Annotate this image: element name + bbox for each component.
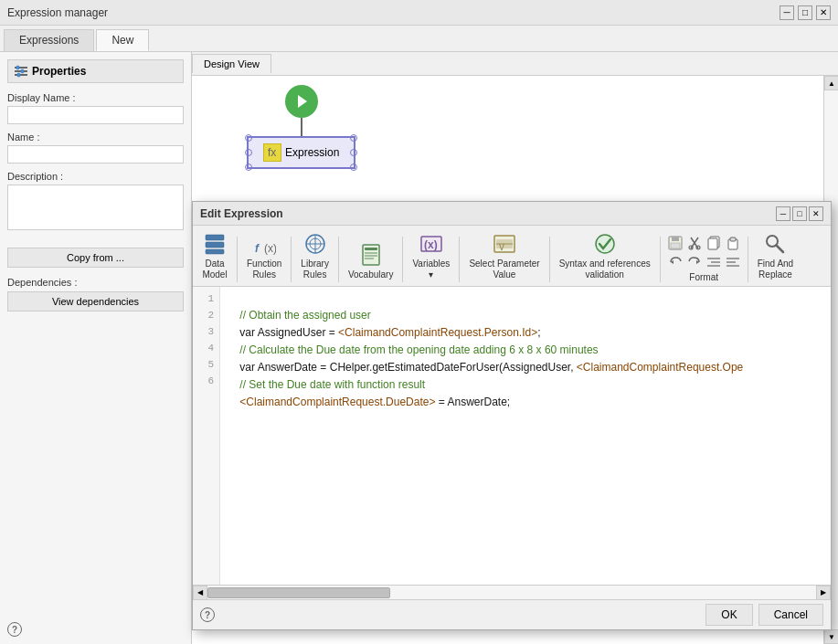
title-bar-buttons: ─ □ ✕ [780,5,831,20]
modal-title-bar: Edit Expression ─ □ ✕ [193,202,831,226]
cut-icon[interactable] [685,234,704,252]
play-icon [298,95,307,108]
design-view-tab[interactable]: Design View [192,54,271,73]
modal-close-button[interactable]: ✕ [809,206,823,221]
modal-maximize-button[interactable]: □ [792,206,807,221]
svg-rect-9 [206,249,224,254]
syntax-validation-label: Syntax and referencesvalidation [559,259,651,280]
sep-6 [549,237,550,282]
sep-4 [402,237,403,282]
svg-text:v: v [499,240,504,253]
library-icon [302,231,328,257]
sep-7 [660,237,661,282]
variables-icon: (x) [419,231,444,257]
name-group: Name : [7,132,184,164]
line-numbers: 1 2 3 4 5 6 [193,287,220,585]
find-replace-icon [762,231,788,257]
scroll-down-button[interactable]: ▼ [824,629,838,644]
edit-expression-modal: Edit Expression ─ □ ✕ DataModel [192,201,832,630]
vocabulary-label: Vocabulary [348,269,393,280]
sep-5 [459,237,460,282]
format-section: Format [666,234,742,282]
scroll-h-track[interactable] [207,586,816,600]
close-button[interactable]: ✕ [816,5,831,20]
handle-mr [350,149,357,156]
toolbar-library-rules[interactable]: LibraryRules [297,229,333,282]
ok-button[interactable]: OK [705,604,752,626]
left-panel: Properties Display Name : Name : Descrip… [0,52,192,644]
toolbar-select-param[interactable]: v Select ParameterValue [465,229,543,282]
scroll-up-button[interactable]: ▲ [824,76,838,90]
sep-3 [338,237,339,282]
redo-icon[interactable] [685,252,704,270]
line-num-2: 2 [207,307,214,323]
modal-help-icon[interactable]: ? [200,607,215,622]
variables-label: Variables▾ [412,259,450,280]
vocabulary-icon [358,242,384,268]
toolbar-function-rules[interactable]: f (x) FunctionRules [243,229,285,282]
svg-point-34 [696,246,700,249]
modal-toolbar: DataModel f (x) FunctionRules [193,226,831,287]
code-content[interactable]: // Obtain the assigned user var Assigned… [220,287,831,585]
title-bar: Expression manager ─ □ ✕ [0,0,838,26]
left-bottom: ? [7,618,184,637]
modal-title-buttons: ─ □ ✕ [776,206,823,221]
format-row-2 [666,252,742,270]
copy-icon[interactable] [705,234,723,252]
paste-icon[interactable] [724,234,742,252]
toolbar-vocabulary[interactable]: Vocabulary [345,240,397,282]
help-icon[interactable]: ? [7,622,22,637]
modal-minimize-button[interactable]: ─ [776,206,790,221]
panel-header: Properties [7,59,184,83]
select-param-icon: v [492,231,517,257]
tab-expressions[interactable]: Expressions [4,29,94,51]
line-num-1: 1 [207,290,214,307]
name-label: Name : [7,132,184,143]
display-name-input[interactable] [7,106,184,124]
flow-expression-node[interactable]: fx Expression [247,136,355,169]
scroll-h-thumb[interactable] [207,587,390,598]
line-num-6: 6 [207,373,214,389]
minimize-button[interactable]: ─ [780,5,794,20]
horizontal-scrollbar: ◀ ▶ [193,585,831,599]
code-comment-3: // Calculate the Due date from the openi… [228,343,599,356]
toolbar-data-model[interactable]: DataModel [198,229,231,282]
undo-icon[interactable] [666,252,684,270]
scroll-left-button[interactable]: ◀ [193,586,207,600]
maximize-button[interactable]: □ [798,5,812,20]
toolbar-syntax-validation[interactable]: Syntax and referencesvalidation [556,229,654,282]
syntax-icon [592,231,618,257]
svg-text:fx: fx [268,146,276,159]
indent-icon[interactable] [705,252,723,270]
data-model-label: DataModel [202,259,227,280]
svg-rect-17 [365,248,377,250]
svg-text:f: f [255,242,260,255]
window-title: Expression manager [7,6,108,19]
code-editor: 1 2 3 4 5 6 // Obtain the assigned user … [193,287,831,599]
cancel-button[interactable]: Cancel [758,604,823,626]
code-area: 1 2 3 4 5 6 // Obtain the assigned user … [193,287,831,585]
flow-arrow [301,118,302,136]
toolbar-find-replace[interactable]: Find AndReplace [754,229,797,282]
outdent-icon[interactable] [724,252,742,270]
copy-from-button[interactable]: Copy from ... [7,248,184,268]
sep-8 [748,237,748,282]
data-model-icon [202,231,228,257]
line-num-3: 3 [207,323,214,340]
design-view-header: Design View [192,52,838,76]
tab-new[interactable]: New [96,29,149,51]
view-dependencies-button[interactable]: View dependencies [7,291,184,311]
description-label: Description : [7,171,184,182]
function-rules-label: FunctionRules [247,259,281,280]
description-group: Description : [7,171,184,233]
modal-title: Edit Expression [200,207,283,220]
description-input[interactable] [7,185,184,230]
save-icon[interactable] [666,234,684,252]
properties-icon [14,64,28,79]
svg-rect-8 [206,242,224,248]
dependencies-label: Dependencies : [7,277,184,288]
scroll-right-button[interactable]: ▶ [816,586,831,600]
name-input[interactable] [7,145,184,164]
function-icon: f (x) [251,231,277,257]
toolbar-variables[interactable]: (x) Variables▾ [408,229,453,282]
